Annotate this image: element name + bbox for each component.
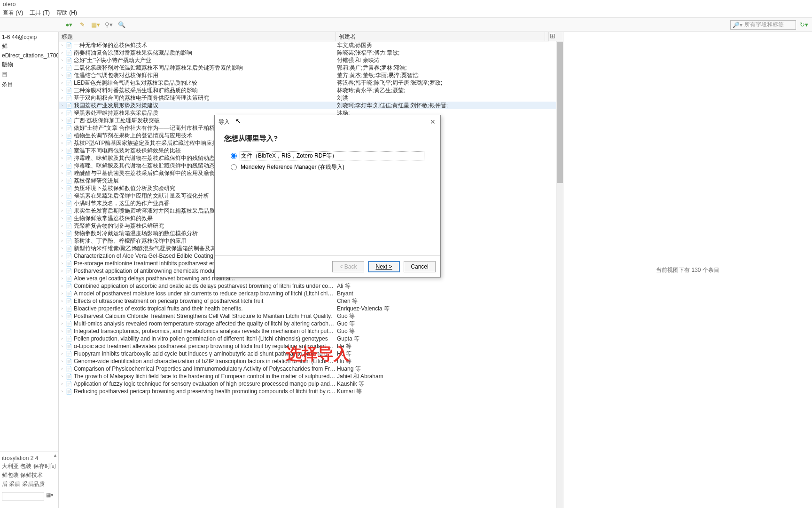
expand-icon[interactable]: › <box>59 381 65 386</box>
collection-item[interactable]: 目 <box>0 70 58 79</box>
expand-icon[interactable]: › <box>59 366 65 371</box>
tag-line[interactable]: 大利亚 包装 保存时间 <box>2 462 56 470</box>
expand-icon[interactable]: › <box>59 148 65 153</box>
expand-icon[interactable]: › <box>59 43 65 48</box>
expand-icon[interactable]: › <box>59 291 65 296</box>
collection-item[interactable]: 1-6 44@cqvip <box>0 33 58 41</box>
expand-icon[interactable]: › <box>59 254 65 258</box>
expand-icon[interactable]: › <box>59 216 65 221</box>
expand-icon[interactable]: › <box>59 58 65 63</box>
table-row[interactable]: ›📄基于双向期权合同的荔枝电子商务供应链管理决策研究刘洪 <box>59 94 563 102</box>
expand-icon[interactable]: › <box>59 193 65 198</box>
expand-icon[interactable]: › <box>59 344 65 349</box>
expand-icon[interactable]: › <box>59 103 65 108</box>
attach-icon[interactable]: ⚲▾ <box>104 21 113 29</box>
import-option-file[interactable]: 文件（BibTeX，RIS，Zotero RDF等） <box>231 151 424 160</box>
expand-icon[interactable]: › <box>59 276 65 281</box>
expand-icon[interactable]: › <box>59 314 65 318</box>
collection-item[interactable]: 版物 <box>0 60 58 70</box>
table-row[interactable]: ›📄Application of fuzzy logic technique f… <box>59 380 563 388</box>
menu-view[interactable]: 查看 (V) <box>3 9 23 17</box>
expand-icon[interactable]: › <box>59 73 65 78</box>
table-row[interactable]: ›📄二氧化氯缓释剂对低温贮藏荔枝不同品种荔枝采后关键芳香素的影响郭莉;吴广;尹青… <box>59 64 563 71</box>
table-row[interactable]: ›📄Postharvest Calcium Chloride Treatment… <box>59 312 563 320</box>
expand-icon[interactable]: › <box>59 223 65 228</box>
table-row[interactable]: ›📄低温结合气调包装对荔枝保鲜作用董方;黄杰;董敏;李丽;易淬;粟智浩; <box>59 71 563 79</box>
radio-mendeley[interactable] <box>231 164 237 170</box>
search-icon[interactable]: 🔍 <box>117 21 126 29</box>
expand-icon[interactable]: › <box>59 156 65 160</box>
scrollbar[interactable] <box>556 41 563 508</box>
table-row[interactable]: ›📄念好"土"字诀小特产撬动大产业付锴强 和 余映涛 <box>59 56 563 64</box>
search-input[interactable]: 🔎▾ 所有字段和标签 <box>730 20 796 30</box>
table-row[interactable]: ›📄一种无毒环保的荔枝保鲜技术车文成;孙国勇 <box>59 41 563 49</box>
table-row[interactable]: ›📄A model of postharvest moisture loss u… <box>59 290 563 297</box>
expand-icon[interactable]: › <box>59 141 65 145</box>
table-row[interactable]: ›📄Combined application of ascorbic and o… <box>59 282 563 290</box>
expand-icon[interactable]: › <box>59 374 65 379</box>
expand-icon[interactable]: › <box>59 389 65 394</box>
import-option-mendeley[interactable]: Mendeley Reference Manager (在线导入) <box>231 163 424 171</box>
expand-icon[interactable]: › <box>59 359 65 364</box>
expand-icon[interactable]: › <box>59 238 65 243</box>
expand-icon[interactable]: › <box>59 246 65 251</box>
menu-help[interactable]: 帮助 (H) <box>56 9 77 17</box>
table-row[interactable]: ›📄The growth of Malagasy litchi field fa… <box>59 373 563 380</box>
expand-icon[interactable]: › <box>59 126 65 130</box>
expand-icon[interactable]: › <box>59 201 65 206</box>
expand-icon[interactable]: › <box>59 306 65 311</box>
column-creator[interactable]: 创建者 <box>336 32 545 41</box>
table-row[interactable]: ›📄α-Lipoic acid treatment alleviates pos… <box>59 342 563 350</box>
expand-icon[interactable]: › <box>59 329 65 333</box>
expand-icon[interactable]: › <box>59 336 65 341</box>
expand-icon[interactable]: › <box>59 261 65 266</box>
table-row[interactable]: ›📄Comparison of Physicochemical Properti… <box>59 365 563 373</box>
table-row[interactable]: ›📄Effects of ultrasonic treatment on per… <box>59 297 563 305</box>
table-row[interactable]: ›📄LED蓝色光照结合气调包装对荔枝采后品质的比较蒋汉春;韩于晓;陈飞平;周子唐… <box>59 79 563 87</box>
expand-icon[interactable]: › <box>59 284 65 288</box>
table-row[interactable]: ›📄Pollen production, viability and in vi… <box>59 335 563 342</box>
expand-icon[interactable]: › <box>59 163 65 168</box>
tag-menu-icon[interactable]: ▦▾ <box>46 492 54 498</box>
cancel-button[interactable]: Cancel <box>404 261 436 272</box>
expand-icon[interactable]: › <box>59 111 65 115</box>
expand-icon[interactable]: › <box>59 299 65 303</box>
expand-icon[interactable]: › <box>59 65 65 70</box>
column-picker-icon[interactable]: ⊞ <box>548 32 556 41</box>
expand-icon[interactable]: › <box>59 269 65 273</box>
expand-icon[interactable]: › <box>59 351 65 356</box>
collection-item[interactable]: eDirect_citations_17001... <box>0 51 58 60</box>
table-row[interactable]: ›📄Genome-wide identification and charact… <box>59 357 563 365</box>
wand-icon[interactable]: ✎ <box>78 21 86 29</box>
sync-icon[interactable]: ↻▾ <box>800 21 808 29</box>
collection-item[interactable]: 鲜 <box>0 41 58 51</box>
expand-icon[interactable]: › <box>59 186 65 190</box>
collection-item[interactable]: 条目 <box>0 79 58 89</box>
menu-tools[interactable]: 工具 (T) <box>30 9 50 17</box>
expand-icon[interactable]: › <box>59 321 65 326</box>
tag-line[interactable]: 鲜包装 保鲜技术 <box>2 471 56 479</box>
note-icon[interactable]: ▤▾ <box>91 21 100 29</box>
table-row[interactable]: ›📄我国荔枝产业发展形势及对策建议刘晓珂;李灯华;刘佳佳;黄红星;刘怀敏;银仲晋… <box>59 102 563 109</box>
tag-filter-input[interactable] <box>2 492 44 500</box>
expand-icon[interactable]: › <box>59 95 65 100</box>
new-item-icon[interactable]: ●▾ <box>65 21 73 29</box>
expand-icon[interactable]: › <box>59 88 65 93</box>
expand-icon[interactable]: › <box>59 80 65 85</box>
expand-icon[interactable]: › <box>59 178 65 183</box>
expand-icon[interactable]: › <box>59 208 65 213</box>
table-row[interactable]: ›📄Bioactive properties of exotic tropica… <box>59 305 563 312</box>
table-row[interactable]: ›📄南姜精油复合涂膜对番荔枝果实储藏品质的影响陈晓芸;张福平;傅力;章敏; <box>59 49 563 56</box>
close-icon[interactable]: ✕ <box>429 118 437 126</box>
table-row[interactable]: ›📄Fluopyram inhibits tricarboxylic acid … <box>59 350 563 357</box>
table-row[interactable]: ›📄Integrated transcriptomics, proteomics… <box>59 327 563 335</box>
expand-icon[interactable]: › <box>59 231 65 236</box>
expand-icon[interactable]: › <box>59 133 65 138</box>
expand-icon[interactable]: › <box>59 118 65 123</box>
table-row[interactable]: ›📄Multi-omics analysis revealed room tem… <box>59 320 563 327</box>
next-button[interactable]: Next > <box>368 261 400 272</box>
table-row[interactable]: ›📄Reducing postharvest pericarp browning… <box>59 388 563 395</box>
tag-line[interactable]: itrosylation 2 4 <box>2 455 56 461</box>
table-row[interactable]: ›📄三种涂膜材料对番荔枝采后生理和贮藏品质的影响林晓玲;黄永平;黄乙生;聂莹; <box>59 87 563 94</box>
column-title[interactable]: 标题 <box>59 32 336 41</box>
